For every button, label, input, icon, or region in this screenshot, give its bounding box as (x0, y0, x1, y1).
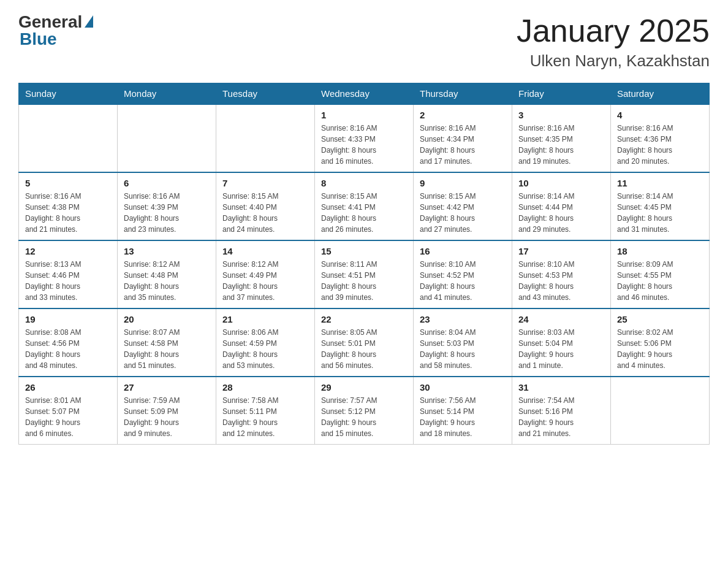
calendar-cell: 27Sunrise: 7:59 AMSunset: 5:09 PMDayligh… (118, 377, 216, 445)
day-number: 20 (124, 314, 210, 324)
day-number: 26 (25, 382, 111, 393)
calendar-header-wednesday: Wednesday (315, 83, 414, 105)
day-info: Sunrise: 8:16 AMSunset: 4:33 PMDaylight:… (321, 123, 407, 167)
calendar-cell (216, 104, 315, 172)
calendar-cell: 11Sunrise: 8:14 AMSunset: 4:45 PMDayligh… (611, 172, 710, 240)
day-number: 12 (25, 246, 111, 256)
day-number: 5 (25, 178, 111, 188)
calendar-week-row: 26Sunrise: 8:01 AMSunset: 5:07 PMDayligh… (19, 377, 710, 445)
calendar-cell: 8Sunrise: 8:15 AMSunset: 4:41 PMDaylight… (315, 172, 414, 240)
day-info: Sunrise: 8:04 AMSunset: 5:03 PMDaylight:… (420, 327, 506, 371)
calendar-cell: 6Sunrise: 8:16 AMSunset: 4:39 PMDaylight… (118, 172, 216, 240)
calendar-cell: 18Sunrise: 8:09 AMSunset: 4:55 PMDayligh… (611, 240, 710, 308)
logo-blue-text: Blue (18, 29, 57, 49)
day-number: 30 (420, 382, 506, 393)
calendar-cell: 1Sunrise: 8:16 AMSunset: 4:33 PMDaylight… (315, 104, 414, 172)
calendar-cell: 4Sunrise: 8:16 AMSunset: 4:36 PMDaylight… (611, 104, 710, 172)
day-number: 24 (518, 314, 604, 324)
day-info: Sunrise: 7:57 AMSunset: 5:12 PMDaylight:… (321, 395, 407, 439)
calendar-cell: 24Sunrise: 8:03 AMSunset: 5:04 PMDayligh… (512, 308, 611, 377)
day-number: 1 (321, 110, 407, 120)
calendar-cell: 14Sunrise: 8:12 AMSunset: 4:49 PMDayligh… (216, 240, 315, 308)
calendar-header-monday: Monday (118, 83, 216, 105)
day-info: Sunrise: 7:56 AMSunset: 5:14 PMDaylight:… (420, 395, 506, 439)
day-number: 27 (124, 382, 210, 393)
day-number: 2 (420, 110, 506, 120)
calendar-cell: 2Sunrise: 8:16 AMSunset: 4:34 PMDaylight… (414, 104, 512, 172)
day-number: 11 (617, 178, 703, 188)
day-info: Sunrise: 8:08 AMSunset: 4:56 PMDaylight:… (25, 327, 111, 371)
day-number: 7 (222, 178, 308, 188)
day-info: Sunrise: 8:07 AMSunset: 4:58 PMDaylight:… (124, 327, 210, 371)
day-number: 10 (518, 178, 604, 188)
location-title: Ulken Naryn, Kazakhstan (517, 52, 710, 71)
calendar-cell: 26Sunrise: 8:01 AMSunset: 5:07 PMDayligh… (19, 377, 118, 445)
calendar-cell: 3Sunrise: 8:16 AMSunset: 4:35 PMDaylight… (512, 104, 611, 172)
month-title: January 2025 (517, 12, 710, 49)
calendar-week-row: 1Sunrise: 8:16 AMSunset: 4:33 PMDaylight… (19, 104, 710, 172)
logo-triangle-icon (85, 15, 93, 28)
calendar-cell: 29Sunrise: 7:57 AMSunset: 5:12 PMDayligh… (315, 377, 414, 445)
day-info: Sunrise: 8:15 AMSunset: 4:40 PMDaylight:… (222, 191, 308, 235)
day-info: Sunrise: 8:15 AMSunset: 4:42 PMDaylight:… (420, 191, 506, 235)
page-header: General Blue January 2025 Ulken Naryn, K… (18, 12, 710, 71)
calendar-cell: 20Sunrise: 8:07 AMSunset: 4:58 PMDayligh… (118, 308, 216, 377)
day-info: Sunrise: 8:11 AMSunset: 4:51 PMDaylight:… (321, 259, 407, 303)
calendar-week-row: 19Sunrise: 8:08 AMSunset: 4:56 PMDayligh… (19, 308, 710, 377)
day-info: Sunrise: 8:01 AMSunset: 5:07 PMDaylight:… (25, 395, 111, 439)
day-number: 14 (222, 246, 308, 256)
day-info: Sunrise: 8:15 AMSunset: 4:41 PMDaylight:… (321, 191, 407, 235)
calendar-header-tuesday: Tuesday (216, 83, 315, 105)
day-number: 9 (420, 178, 506, 188)
calendar-cell: 19Sunrise: 8:08 AMSunset: 4:56 PMDayligh… (19, 308, 118, 377)
day-number: 23 (420, 314, 506, 324)
title-section: January 2025 Ulken Naryn, Kazakhstan (517, 12, 710, 71)
day-info: Sunrise: 8:16 AMSunset: 4:38 PMDaylight:… (25, 191, 111, 235)
day-info: Sunrise: 7:54 AMSunset: 5:16 PMDaylight:… (518, 395, 604, 439)
day-info: Sunrise: 8:10 AMSunset: 4:52 PMDaylight:… (420, 259, 506, 303)
day-info: Sunrise: 8:12 AMSunset: 4:49 PMDaylight:… (222, 259, 308, 303)
day-number: 22 (321, 314, 407, 324)
calendar-header-friday: Friday (512, 83, 611, 105)
day-info: Sunrise: 8:16 AMSunset: 4:39 PMDaylight:… (124, 191, 210, 235)
calendar-cell: 31Sunrise: 7:54 AMSunset: 5:16 PMDayligh… (512, 377, 611, 445)
calendar-cell: 21Sunrise: 8:06 AMSunset: 4:59 PMDayligh… (216, 308, 315, 377)
day-info: Sunrise: 8:02 AMSunset: 5:06 PMDaylight:… (617, 327, 703, 371)
calendar-cell: 16Sunrise: 8:10 AMSunset: 4:52 PMDayligh… (414, 240, 512, 308)
calendar-header-sunday: Sunday (19, 83, 118, 105)
day-number: 18 (617, 246, 703, 256)
day-info: Sunrise: 8:12 AMSunset: 4:48 PMDaylight:… (124, 259, 210, 303)
calendar-cell (118, 104, 216, 172)
day-number: 17 (518, 246, 604, 256)
day-number: 28 (222, 382, 308, 393)
calendar-cell (611, 377, 710, 445)
calendar-cell: 25Sunrise: 8:02 AMSunset: 5:06 PMDayligh… (611, 308, 710, 377)
day-number: 25 (617, 314, 703, 324)
day-number: 3 (518, 110, 604, 120)
day-info: Sunrise: 8:16 AMSunset: 4:36 PMDaylight:… (617, 123, 703, 167)
calendar-week-row: 5Sunrise: 8:16 AMSunset: 4:38 PMDaylight… (19, 172, 710, 240)
day-number: 4 (617, 110, 703, 120)
logo: General Blue (18, 12, 93, 49)
calendar-cell (19, 104, 118, 172)
day-number: 29 (321, 382, 407, 393)
day-number: 13 (124, 246, 210, 256)
day-info: Sunrise: 7:58 AMSunset: 5:11 PMDaylight:… (222, 395, 308, 439)
day-number: 15 (321, 246, 407, 256)
day-info: Sunrise: 8:13 AMSunset: 4:46 PMDaylight:… (25, 259, 111, 303)
day-info: Sunrise: 8:03 AMSunset: 5:04 PMDaylight:… (518, 327, 604, 371)
calendar-cell: 22Sunrise: 8:05 AMSunset: 5:01 PMDayligh… (315, 308, 414, 377)
calendar-week-row: 12Sunrise: 8:13 AMSunset: 4:46 PMDayligh… (19, 240, 710, 308)
calendar-header-saturday: Saturday (611, 83, 710, 105)
calendar-table: SundayMondayTuesdayWednesdayThursdayFrid… (18, 83, 710, 445)
day-number: 21 (222, 314, 308, 324)
calendar-cell: 30Sunrise: 7:56 AMSunset: 5:14 PMDayligh… (414, 377, 512, 445)
calendar-cell: 15Sunrise: 8:11 AMSunset: 4:51 PMDayligh… (315, 240, 414, 308)
day-info: Sunrise: 7:59 AMSunset: 5:09 PMDaylight:… (124, 395, 210, 439)
day-info: Sunrise: 8:09 AMSunset: 4:55 PMDaylight:… (617, 259, 703, 303)
calendar-cell: 10Sunrise: 8:14 AMSunset: 4:44 PMDayligh… (512, 172, 611, 240)
day-number: 16 (420, 246, 506, 256)
calendar-cell: 12Sunrise: 8:13 AMSunset: 4:46 PMDayligh… (19, 240, 118, 308)
calendar-cell: 28Sunrise: 7:58 AMSunset: 5:11 PMDayligh… (216, 377, 315, 445)
day-info: Sunrise: 8:14 AMSunset: 4:44 PMDaylight:… (518, 191, 604, 235)
